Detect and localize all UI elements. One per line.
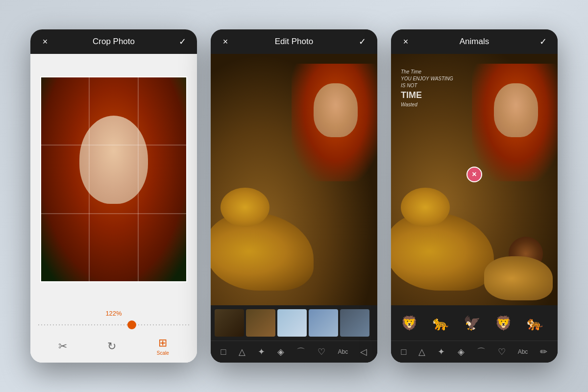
time-line3: IS NOT — [401, 83, 417, 88]
time-big: TIME — [401, 89, 453, 101]
tb-filter-icon[interactable]: ◈ — [277, 346, 284, 357]
time-line2: YOU ENJOY WASTING — [401, 76, 453, 81]
edit-title: Edit Photo — [275, 37, 313, 47]
animals-canvas: The Time YOU ENJOY WASTING IS NOT TIME W… — [391, 54, 558, 305]
tb-rainbow-icon[interactable]: ⌒ — [296, 346, 305, 358]
animals-confirm-button[interactable]: ✓ — [537, 36, 549, 47]
scale-slider[interactable] — [38, 320, 189, 330]
thumb-1[interactable] — [215, 309, 244, 337]
tb-heart-icon[interactable]: ♡ — [318, 346, 325, 357]
animals-girl-face — [494, 83, 538, 137]
atb-heart-icon[interactable]: ♡ — [498, 346, 506, 357]
crop-tools-bar: ✂ ↻ ⊞ Scale — [38, 335, 189, 359]
scale-tool[interactable]: ⊞ Scale — [157, 337, 169, 356]
atb-square-icon[interactable]: □ — [401, 347, 407, 357]
animal-5[interactable]: 🐅 — [520, 309, 549, 337]
animals-toolbar: □ △ ✦ ◈ ⌒ ♡ Abc ✏ — [391, 341, 558, 363]
edit-photo-card: × Edit Photo ✓ □ △ ✦ ◈ ⌒ ♡ A — [211, 29, 377, 363]
lion-body — [484, 256, 553, 300]
time-line1: The Time — [401, 69, 421, 74]
scale-track — [38, 324, 189, 325]
rotate-tool[interactable]: ↻ — [107, 340, 116, 353]
rotate-icon: ↻ — [107, 340, 116, 353]
scale-icon: ⊞ — [158, 337, 167, 349]
scale-label: Scale — [157, 350, 169, 356]
tb-text-icon[interactable]: Abc — [338, 348, 348, 355]
edit-canvas — [211, 54, 377, 305]
tb-back-icon[interactable]: ◁ — [360, 346, 367, 357]
animal-2[interactable]: 🐆 — [426, 309, 455, 337]
animals-header: × Animals ✓ — [391, 29, 558, 54]
animal-3[interactable]: 🦅 — [458, 309, 486, 337]
atb-text-icon[interactable]: Abc — [518, 348, 528, 355]
girl-overlay — [292, 64, 377, 181]
edit-thumbnails — [211, 305, 377, 341]
tb-square-icon[interactable]: □ — [221, 347, 226, 357]
crop-tool[interactable]: ✂ — [58, 340, 67, 353]
animals-leopard-head — [401, 188, 450, 227]
delete-overlay-button[interactable]: × — [466, 167, 482, 182]
time-line4: Wasted — [401, 102, 417, 107]
edit-main-area: □ △ ✦ ◈ ⌒ ♡ Abc ◁ — [211, 54, 377, 363]
animals-title: Animals — [460, 37, 489, 47]
atb-triangle-icon[interactable]: △ — [418, 346, 425, 357]
crop-confirm-button[interactable]: ✓ — [176, 36, 188, 47]
thumb-2[interactable] — [246, 309, 275, 337]
tb-triangle-icon[interactable]: △ — [239, 346, 245, 357]
thumb-4[interactable] — [309, 309, 338, 337]
tb-magic-icon[interactable]: ✦ — [258, 346, 265, 357]
crop-image-container — [40, 76, 187, 282]
atb-rainbow-icon[interactable]: ⌒ — [477, 346, 486, 358]
edit-header: × Edit Photo ✓ — [211, 29, 377, 54]
time-text-overlay: The Time YOU ENJOY WASTING IS NOT TIME W… — [401, 69, 453, 108]
animal-6[interactable]: 🦁 — [552, 309, 558, 337]
edit-toolbar: □ △ ✦ ◈ ⌒ ♡ Abc ◁ — [211, 341, 377, 363]
animal-1[interactable]: 🦁 — [395, 309, 423, 337]
girl-face-layer — [79, 116, 148, 204]
crop-photo-card: × Crop Photo ✓ 122% — [30, 29, 197, 363]
leopard-head — [220, 188, 270, 227]
animal-4[interactable]: 🦁 — [489, 309, 517, 337]
atb-magic-icon[interactable]: ✦ — [438, 346, 445, 357]
thumb-5[interactable] — [340, 309, 369, 337]
animals-strip: 🦁 🐆 🦅 🦁 🐅 🦁 — [391, 305, 558, 341]
crop-image-area[interactable] — [30, 54, 197, 305]
thumb-3[interactable] — [277, 309, 307, 337]
crop-icon: ✂ — [58, 340, 67, 353]
crop-title: Crop Photo — [93, 37, 135, 47]
crop-controls: 122% ✂ ↻ ⊞ Scale — [30, 305, 197, 363]
crop-main-area: 122% ✂ ↻ ⊞ Scale — [30, 54, 197, 363]
animals-main-area: The Time YOU ENJOY WASTING IS NOT TIME W… — [391, 54, 558, 363]
animals-close-button[interactable]: × — [400, 37, 412, 47]
crop-close-button[interactable]: × — [39, 37, 51, 47]
girl-face-edit — [314, 83, 358, 137]
scale-value: 122% — [38, 310, 189, 317]
edit-close-button[interactable]: × — [220, 37, 231, 47]
edit-confirm-button[interactable]: ✓ — [357, 36, 368, 47]
animals-card: × Animals ✓ The Time YOU ENJOY WASTING I… — [391, 29, 558, 363]
scale-thumb[interactable] — [127, 320, 136, 329]
atb-pen-icon[interactable]: ✏ — [540, 346, 547, 357]
animals-girl-overlay — [472, 64, 558, 181]
atb-filter-icon[interactable]: ◈ — [458, 346, 465, 357]
crop-header: × Crop Photo ✓ — [30, 29, 197, 54]
